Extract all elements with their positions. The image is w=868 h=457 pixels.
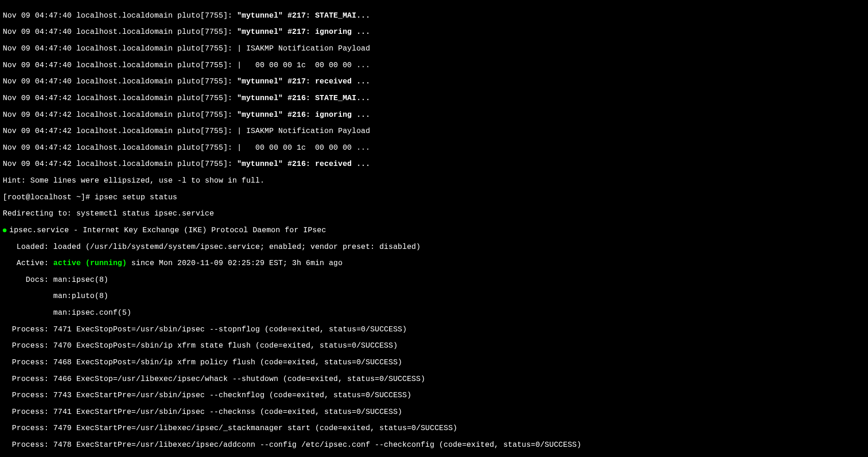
log-line: Nov 09 04:47:42 localhost.localdomain pl… xyxy=(3,95,865,103)
active-status: active (running) xyxy=(53,259,127,267)
loaded-line: Loaded: loaded (/usr/lib/systemd/system/… xyxy=(3,243,865,252)
process-line: Process: 7743 ExecStartPre=/usr/sbin/ips… xyxy=(3,392,865,400)
docs-line: man:ipsec.conf(5) xyxy=(3,309,865,317)
terminal-output[interactable]: Nov 09 04:47:40 localhost.localdomain pl… xyxy=(0,0,868,457)
process-line: Process: 7478 ExecStartPre=/usr/libexec/… xyxy=(3,441,865,450)
log-line: Nov 09 04:47:42 localhost.localdomain pl… xyxy=(3,127,865,136)
prompt-line: [root@localhost ~]# ipsec setup status xyxy=(3,194,865,202)
unit-line: ipsec.service - Internet Key Exchange (I… xyxy=(3,227,865,235)
log-line: Nov 09 04:47:40 localhost.localdomain pl… xyxy=(3,28,865,37)
process-line: Process: 7479 ExecStartPre=/usr/libexec/… xyxy=(3,425,865,433)
process-line: Process: 7471 ExecStopPost=/usr/sbin/ips… xyxy=(3,326,865,334)
redirect-line: Redirecting to: systemctl status ipsec.s… xyxy=(3,210,865,218)
log-line: Nov 09 04:47:42 localhost.localdomain pl… xyxy=(3,160,865,169)
process-line: Process: 7466 ExecStop=/usr/libexec/ipse… xyxy=(3,375,865,384)
process-line: Process: 7468 ExecStopPost=/sbin/ip xfrm… xyxy=(3,359,865,367)
active-line: Active: active (running) since Mon 2020-… xyxy=(3,260,865,268)
process-line: Process: 7470 ExecStopPost=/sbin/ip xfrm… xyxy=(3,342,865,350)
log-line: Nov 09 04:47:40 localhost.localdomain pl… xyxy=(3,45,865,53)
docs-line: Docs: man:ipsec(8) xyxy=(3,276,865,285)
hint-line: Hint: Some lines were ellipsized, use -l… xyxy=(3,177,865,185)
log-line: Nov 09 04:47:42 localhost.localdomain pl… xyxy=(3,144,865,152)
log-line: Nov 09 04:47:40 localhost.localdomain pl… xyxy=(3,12,865,20)
status-dot-icon xyxy=(3,228,6,232)
docs-line: man:pluto(8) xyxy=(3,292,865,301)
process-line: Process: 7741 ExecStartPre=/usr/sbin/ips… xyxy=(3,408,865,417)
log-line: Nov 09 04:47:42 localhost.localdomain pl… xyxy=(3,111,865,120)
log-line: Nov 09 04:47:40 localhost.localdomain pl… xyxy=(3,78,865,86)
log-line: Nov 09 04:47:40 localhost.localdomain pl… xyxy=(3,62,865,70)
command-text: ipsec setup status xyxy=(94,193,177,202)
